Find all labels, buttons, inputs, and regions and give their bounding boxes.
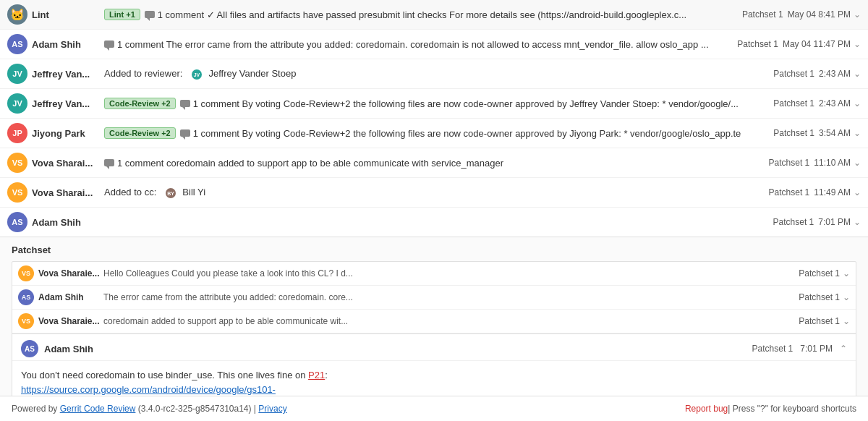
footer-version: (3.4.0-rc2-325-g8547310a14) | (135, 404, 258, 414)
activity-row-jiyong: JP Jiyong Park Code-Review +2 1 comment … (0, 119, 868, 148)
patchset-label-jeffrey2: Patchset 1 (773, 98, 814, 109)
thread-row-2[interactable]: VS Vova Sharaie... coredomain added to s… (12, 310, 856, 333)
page-footer: Powered by Gerrit Code Review (3.4.0-rc2… (0, 396, 868, 421)
timestamp-vova1: 11:10 AM (814, 158, 851, 168)
thread-text-0: Hello Colleagues Could you please take a… (103, 268, 799, 278)
activity-row-lint: 🐱 Lint Lint +1 1 comment ✓ All files and… (0, 0, 868, 30)
avatar-jeffrey1: JV (7, 64, 27, 84)
timestamp-adam1: May 04 11:47 PM (783, 39, 851, 49)
row-text-jeffrey1: Added to reviewer: JV Jeffrey Vander Sto… (104, 68, 766, 80)
patchset-label-jeffrey1: Patchset 1 (773, 69, 814, 79)
user-vova1: Vova Sharai... (32, 158, 104, 169)
gerrit-link[interactable]: Gerrit Code Review (60, 404, 136, 414)
patchset-label-adam2: Patchset 1 (773, 217, 814, 227)
activity-row-vova2: VS Vova Sharai... Added to cc: BY Bill Y… (0, 178, 868, 208)
row-meta-lint: Patchset 1 May 04 8:41 PM ⌄ (742, 9, 861, 20)
avatar-vova1: VS (7, 153, 27, 173)
expand-arrow-lint[interactable]: ⌄ (854, 9, 861, 20)
timestamp-lint: May 04 8:41 PM (788, 9, 851, 20)
row-meta-jeffrey1: Patchset 1 2:43 AM ⌄ (773, 69, 861, 79)
user-jeffrey1: Jeffrey Van... (32, 69, 104, 80)
row-text-jiyong: 1 comment By voting Code-Review+2 the fo… (193, 128, 767, 139)
user-lint: Lint (32, 9, 104, 20)
activity-row-jeffrey1: JV Jeffrey Van... Added to reviewer: JV … (0, 59, 868, 89)
thread-meta-1: Patchset 1 ⌄ (799, 292, 850, 302)
row-meta-adam1: Patchset 1 May 04 11:47 PM ⌄ (737, 39, 861, 49)
expanded-timestamp: 7:01 PM (800, 344, 833, 354)
user-adam1: Adam Shih (32, 39, 104, 50)
expanded-user: Adam Shih (44, 344, 752, 354)
patchset-section-title: Patchset (12, 244, 856, 255)
expand-arrow-jeffrey2[interactable]: ⌄ (854, 98, 861, 109)
user-jeffrey2: Jeffrey Van... (32, 98, 104, 109)
expand-arrow-adam1[interactable]: ⌄ (854, 39, 861, 49)
thread-user-2: Vova Sharaie... (38, 316, 103, 326)
footer-right: Report bug| Press "?" for keyboard short… (685, 404, 856, 414)
svg-text:JV: JV (194, 72, 200, 77)
row-text-jeffrey2: 1 comment By voting Code-Review+2 the fo… (193, 98, 767, 109)
thread-avatar-2: VS (18, 313, 34, 329)
expanded-body-text: You don't need coredomain to use binder_… (21, 370, 308, 380)
avatar-jiyong: JP (7, 123, 27, 143)
powered-by-text: Powered by (12, 404, 60, 414)
thread-text-1: The error came from the attribute you ad… (103, 292, 799, 302)
avatar-adam2: AS (7, 212, 27, 232)
activity-row-jeffrey2: JV Jeffrey Van... Code-Review +2 1 comme… (0, 89, 868, 119)
badge-jeffrey2: Code-Review +2 (104, 98, 176, 109)
thread-collapse-0[interactable]: ⌄ (843, 268, 850, 278)
patchset-section: Patchset VS Vova Sharaie... Hello Collea… (0, 237, 868, 421)
user-vova2: Vova Sharai... (32, 187, 104, 198)
row-meta-jeffrey2: Patchset 1 2:43 AM ⌄ (773, 98, 861, 109)
collapse-arrow[interactable]: ⌃ (840, 344, 847, 354)
p21-link[interactable]: P21 (308, 370, 325, 380)
thread-meta-2: Patchset 1 ⌄ (799, 316, 850, 326)
activity-row-vova1: VS Vova Sharai... 1 comment coredomain a… (0, 148, 868, 178)
badge-lint: Lint +1 (104, 9, 140, 20)
thread-row-1[interactable]: AS Adam Shih The error came from the att… (12, 286, 856, 310)
comment-icon-adam1 (104, 41, 114, 48)
thread-patchset-0: Patchset 1 (799, 268, 840, 278)
activity-list: 🐱 Lint Lint +1 1 comment ✓ All files and… (0, 0, 868, 237)
expand-arrow-adam2[interactable]: ⌄ (854, 217, 861, 227)
comment-icon-vova1 (104, 159, 114, 166)
footer-left: Powered by Gerrit Code Review (3.4.0-rc2… (12, 404, 287, 414)
comment-icon-jiyong (180, 129, 190, 137)
badge-jiyong: Code-Review +2 (104, 127, 176, 139)
row-meta-vova2: Patchset 1 11:49 AM ⌄ (769, 187, 861, 197)
avatar-vova2: VS (7, 182, 27, 203)
avatar-jeffrey2: JV (7, 93, 27, 114)
user-adam2: Adam Shih (32, 217, 104, 228)
expand-arrow-jiyong[interactable]: ⌄ (854, 128, 861, 138)
row-text-vova2: Added to cc: BY Bill Yi (104, 187, 762, 198)
thread-text-2: coredomain added to support app to be ab… (103, 316, 799, 326)
comment-icon-lint (145, 11, 155, 18)
row-text-adam1: 1 comment The error came from the attrib… (117, 39, 730, 50)
report-bug-link[interactable]: Report bug (685, 404, 728, 414)
timestamp-adam2: 7:01 PM (818, 217, 851, 227)
row-meta-vova1: Patchset 1 11:10 AM ⌄ (769, 158, 861, 168)
cc-avatar-bilyi: BY (166, 188, 176, 198)
thread-collapse-1[interactable]: ⌄ (843, 292, 850, 302)
thread-user-0: Vova Sharaie... (38, 268, 103, 278)
reviewer-icon-jeffrey1: JV (192, 69, 202, 80)
thread-avatar-1: AS (18, 289, 34, 305)
privacy-link[interactable]: Privacy (258, 404, 286, 414)
expand-arrow-vova1[interactable]: ⌄ (854, 158, 861, 168)
patchset-label-vova2: Patchset 1 (769, 187, 810, 197)
thread-patchset-1: Patchset 1 (799, 292, 840, 302)
thread-collapse-2[interactable]: ⌄ (843, 316, 850, 326)
thread-avatar-0: VS (18, 265, 34, 281)
comment-icon-jeffrey2 (180, 100, 190, 107)
patchset-label-lint: Patchset 1 (742, 9, 783, 20)
expand-arrow-jeffrey1[interactable]: ⌄ (854, 69, 861, 79)
svg-text:BY: BY (167, 191, 174, 196)
thread-meta-0: Patchset 1 ⌄ (799, 268, 850, 278)
patchset-label-vova1: Patchset 1 (769, 158, 810, 168)
row-text-lint: 1 comment ✓ All files and artifacts have… (158, 9, 735, 20)
row-meta-jiyong: Patchset 1 3:54 AM ⌄ (773, 128, 861, 138)
thread-user-1: Adam Shih (38, 292, 103, 302)
expand-arrow-vova2[interactable]: ⌄ (854, 187, 861, 197)
thread-row-0[interactable]: VS Vova Sharaie... Hello Colleagues Coul… (12, 262, 856, 286)
thread-patchset-2: Patchset 1 (799, 316, 840, 326)
keyboard-hint: | Press "?" for keyboard shortcuts (728, 404, 856, 414)
